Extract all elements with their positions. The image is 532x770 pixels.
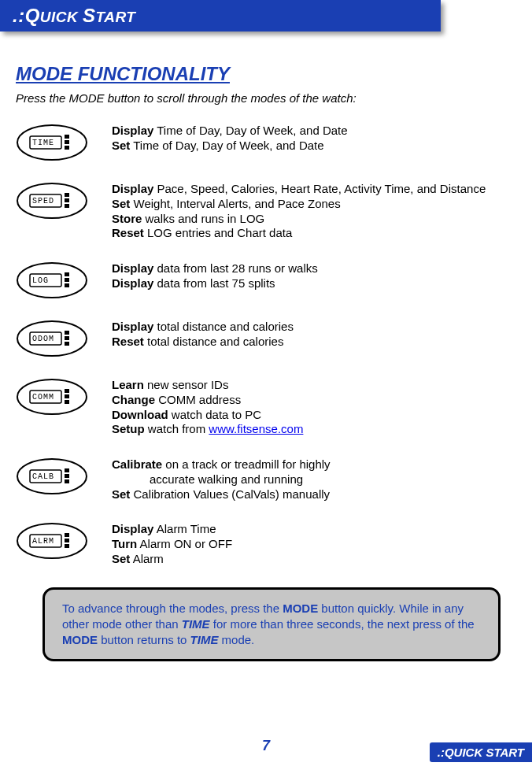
mode-description: Display Alarm TimeTurn Alarm ON or OFFSe…: [88, 522, 516, 566]
mode-line-text: COMM address: [155, 393, 241, 406]
svg-rect-16: [65, 278, 69, 282]
svg-rect-39: [65, 533, 69, 537]
mode-row: TIME Display Time of Day, Day of Week, a…: [16, 124, 516, 161]
watch-icon: CALB: [16, 457, 88, 495]
watch-icon: COMM: [16, 378, 88, 416]
watch-icon: TIME: [16, 124, 88, 161]
mode-line-bold: Download: [112, 408, 168, 421]
mode-line-bold: Display: [112, 320, 153, 333]
mode-line: Display data from last 28 runs or walks: [112, 261, 516, 276]
svg-text:SPED: SPED: [32, 197, 54, 205]
mode-line: Display Time of Day, Day of Week, and Da…: [112, 124, 516, 139]
mode-icon-log: LOG: [16, 261, 88, 299]
mode-line-bold: Set: [112, 487, 130, 501]
mode-line-text: Alarm ON or OFF: [137, 537, 232, 550]
mode-line: Display total distance and calories: [112, 320, 516, 335]
mode-line-bold: Display: [112, 261, 153, 275]
svg-rect-40: [65, 539, 69, 542]
mode-row: SPED Display Pace, Speed, Calories, Hear…: [16, 182, 516, 241]
svg-text:TIME: TIME: [32, 139, 54, 147]
mode-line-text: Calibration Values (CalVals) manually: [130, 487, 330, 501]
mode-line-bold: Reset: [112, 335, 144, 348]
mode-line-text: Alarm: [130, 552, 164, 565]
mode-icon-sped: SPED: [16, 182, 88, 220]
mode-line-text: Time of Day, Day of Week, and Date: [130, 139, 323, 152]
mode-line: Set Time of Day, Day of Week, and Date: [112, 139, 516, 154]
mode-line: Display data from last 75 splits: [112, 276, 516, 291]
mode-line: Display Alarm Time: [112, 522, 516, 537]
watch-icon: ALRM: [16, 522, 88, 560]
mode-line-bold: Store: [112, 212, 142, 225]
svg-rect-33: [65, 468, 69, 472]
svg-rect-5: [65, 146, 69, 150]
mode-line: Set Weight, Interval Alerts, and Pace Zo…: [112, 197, 516, 212]
mode-line-text: watch from: [145, 422, 209, 435]
mode-line-link[interactable]: www.fitsense.com: [209, 422, 303, 435]
svg-text:CALB: CALB: [32, 472, 54, 481]
footer-label: .:QUICK START: [430, 742, 532, 762]
page-number: 7: [262, 738, 270, 754]
mode-line-bold: Display: [112, 522, 153, 535]
mode-line-text: data from last 28 runs or walks: [153, 261, 317, 275]
mode-line-bold: Display: [112, 124, 153, 137]
svg-text:COMM: COMM: [32, 393, 54, 402]
mode-line-bold: Display: [112, 182, 153, 195]
mode-line-bold: Calibrate: [112, 457, 162, 471]
mode-icon-calb: CALB: [16, 457, 88, 495]
mode-line: Reset LOG entries and Chart data: [112, 226, 516, 241]
watch-icon: SPED: [16, 182, 88, 220]
mode-line-text: Pace, Speed, Calories, Heart Rate, Activ…: [153, 182, 486, 195]
mode-line-bold: Turn: [112, 537, 137, 550]
watch-icon: LOG: [16, 261, 88, 299]
mode-line-text: walks and runs in LOG: [142, 212, 264, 225]
mode-line: Download watch data to PC: [112, 408, 516, 423]
mode-description: Display Time of Day, Day of Week, and Da…: [88, 124, 516, 154]
content: MODE FUNCTIONALITY Press the MODE button…: [0, 31, 532, 661]
svg-rect-29: [65, 400, 69, 404]
mode-line-text: LOG entries and Chart data: [144, 226, 292, 239]
svg-rect-21: [65, 331, 69, 335]
mode-row: LOG Display data from last 28 runs or wa…: [16, 261, 516, 299]
svg-rect-15: [65, 272, 69, 276]
mode-description: Display data from last 28 runs or walksD…: [88, 261, 516, 291]
mode-line: Change COMM address: [112, 393, 516, 408]
mode-description: Display Pace, Speed, Calories, Heart Rat…: [88, 182, 516, 241]
mode-line: Set Alarm: [112, 552, 516, 567]
mode-description: Display total distance and caloriesReset…: [88, 320, 516, 350]
mode-line-text: data from last 75 splits: [153, 276, 275, 290]
mode-line: Calibrate on a track or treadmill for hi…: [112, 457, 516, 472]
svg-rect-11: [65, 204, 69, 208]
mode-line-bold: Change: [112, 393, 155, 406]
mode-line: accurate walking and running: [112, 472, 516, 487]
svg-rect-9: [65, 193, 69, 197]
modes-list: TIME Display Time of Day, Day of Week, a…: [16, 124, 516, 567]
mode-line-text: total distance and calories: [153, 320, 294, 333]
svg-rect-41: [65, 544, 69, 548]
mode-row: ALRM Display Alarm TimeTurn Alarm ON or …: [16, 522, 516, 566]
mode-line: Store walks and runs in LOG: [112, 212, 516, 227]
mode-line: Set Calibration Values (CalVals) manuall…: [112, 487, 516, 502]
mode-line-text: Time of Day, Day of Week, and Date: [153, 124, 347, 137]
svg-rect-4: [65, 140, 69, 144]
svg-rect-35: [65, 479, 69, 483]
mode-row: COMM Learn new sensor IDsChange COMM add…: [16, 378, 516, 437]
tip-text: To advance through the modes, press the …: [62, 602, 475, 647]
section-title: MODE FUNCTIONALITY: [16, 63, 516, 85]
mode-line-text: on a track or treadmill for highly: [162, 457, 330, 471]
svg-rect-3: [65, 135, 69, 139]
mode-icon-time: TIME: [16, 124, 88, 161]
mode-line-bold: Setup: [112, 422, 145, 435]
svg-rect-17: [65, 283, 69, 287]
page-header: .:QUICK START: [0, 0, 441, 31]
mode-line-text: accurate walking and running: [150, 472, 303, 486]
svg-rect-34: [65, 474, 69, 478]
mode-description: Calibrate on a track or treadmill for hi…: [88, 457, 516, 502]
svg-rect-28: [65, 394, 69, 398]
tip-box: To advance through the modes, press the …: [42, 587, 501, 662]
mode-row: CALB Calibrate on a track or treadmill f…: [16, 457, 516, 502]
mode-row: ODOM Display total distance and calories…: [16, 320, 516, 357]
mode-line-bold: Set: [112, 552, 130, 565]
mode-line-text: new sensor IDs: [144, 378, 229, 391]
mode-line: Learn new sensor IDs: [112, 378, 516, 393]
svg-rect-10: [65, 198, 69, 202]
